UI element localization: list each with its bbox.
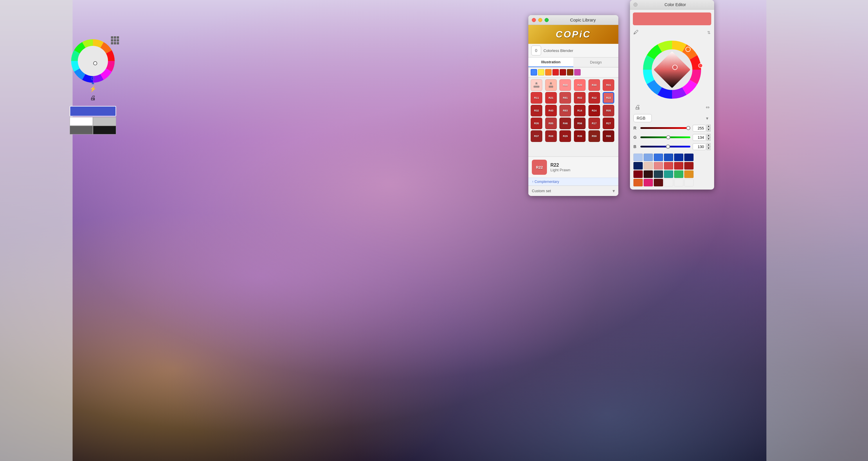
- swatch-r81[interactable]: R81: [559, 92, 571, 104]
- filter-orange[interactable]: [545, 69, 552, 75]
- black-swatch[interactable]: [93, 126, 116, 134]
- close-button[interactable]: [532, 18, 536, 22]
- swatch-r83[interactable]: R83: [559, 105, 571, 116]
- filter-brown[interactable]: [567, 69, 574, 75]
- palette-cell[interactable]: [664, 171, 673, 178]
- palette-cell[interactable]: [633, 171, 643, 178]
- swatch-r85[interactable]: R85: [545, 118, 557, 129]
- g-slider-thumb[interactable]: [666, 135, 670, 140]
- palette-cell[interactable]: [633, 179, 643, 186]
- r-value-input[interactable]: [693, 125, 706, 131]
- g-step-down[interactable]: ▼: [707, 137, 711, 141]
- filter-darkred[interactable]: [560, 69, 566, 75]
- swatch-r30[interactable]: R30: [588, 79, 600, 91]
- palette-cell[interactable]: [644, 154, 653, 161]
- swatch-r35[interactable]: R35: [531, 118, 542, 129]
- filter-pink[interactable]: [574, 69, 581, 75]
- palette-cell[interactable]: [674, 171, 683, 178]
- palette-cell[interactable]: [654, 179, 663, 186]
- print-icon[interactable]: 🖨: [90, 95, 96, 101]
- swatch-r0000[interactable]: R0000: [531, 79, 542, 91]
- color-mode-select[interactable]: RGB HSB CMYK LAB: [633, 114, 652, 122]
- light-gray-swatch[interactable]: [93, 117, 116, 126]
- palette-cell[interactable]: [684, 162, 693, 170]
- swatch-r17[interactable]: R17: [588, 118, 600, 129]
- swatch-r46[interactable]: R46: [559, 118, 571, 129]
- palette-cell[interactable]: [644, 171, 653, 178]
- g-step-up[interactable]: ▲: [707, 134, 711, 137]
- colorless-num[interactable]: 0: [531, 45, 541, 56]
- swatch-r14[interactable]: R14: [574, 105, 586, 116]
- palette-cell[interactable]: [674, 162, 683, 170]
- color-wheel-panel: ⚡ 🖨: [67, 38, 119, 134]
- swatch-r24[interactable]: R24: [588, 105, 600, 116]
- b-step-up[interactable]: ▲: [707, 143, 711, 147]
- palette-cell[interactable]: [684, 154, 693, 161]
- copic-panel-title: Copic Library: [551, 18, 615, 22]
- swatch-r08[interactable]: R08: [545, 130, 557, 142]
- swatch-r21[interactable]: R21: [545, 92, 557, 104]
- swatch-r56[interactable]: R56: [574, 118, 586, 129]
- swatch-r22[interactable]: R22: [603, 92, 614, 104]
- swatch-r27[interactable]: R27: [603, 118, 614, 129]
- swatch-r32[interactable]: R32: [531, 105, 542, 116]
- g-slider[interactable]: [641, 136, 690, 138]
- palette-cell[interactable]: [644, 162, 653, 170]
- editor-color-wheel[interactable]: [640, 38, 704, 102]
- complementary-section[interactable]: ↑ Complementary: [528, 178, 618, 185]
- r-step-down[interactable]: ▼: [707, 128, 711, 131]
- b-step-down[interactable]: ▼: [707, 147, 711, 150]
- palette-cell[interactable]: [654, 162, 663, 170]
- g-stepper[interactable]: ▲ ▼: [707, 134, 711, 141]
- swatch-r00[interactable]: R00: [559, 79, 571, 91]
- editor-print-icon[interactable]: 🖨: [634, 104, 641, 111]
- r-step-up[interactable]: ▲: [707, 125, 711, 128]
- white-swatch[interactable]: [70, 117, 93, 126]
- swatch-r000[interactable]: R000: [545, 79, 557, 91]
- filter-red[interactable]: [553, 69, 559, 75]
- swatch-r20[interactable]: R20: [574, 79, 586, 91]
- swatch-r11[interactable]: R11: [531, 92, 542, 104]
- custom-set-bar[interactable]: Custom set ▾: [528, 185, 618, 196]
- color-preview-bar[interactable]: [633, 12, 711, 25]
- tab-design[interactable]: Design: [574, 58, 618, 67]
- palette-cell[interactable]: [654, 154, 663, 161]
- palette-cell[interactable]: [664, 162, 673, 170]
- swatch-r05[interactable]: R05: [603, 105, 614, 116]
- b-slider-thumb[interactable]: [666, 145, 670, 149]
- swatch-r43[interactable]: R43: [545, 105, 557, 116]
- tab-illustration[interactable]: Illustration: [528, 58, 574, 67]
- color-wheel[interactable]: [70, 38, 116, 84]
- palette-cell[interactable]: [644, 179, 653, 186]
- swatch-r01[interactable]: R01: [603, 79, 614, 91]
- b-stepper[interactable]: ▲ ▼: [707, 143, 711, 150]
- swatch-r29[interactable]: R29: [559, 130, 571, 142]
- b-value-input[interactable]: [693, 144, 706, 150]
- eyedropper-icon[interactable]: 🖊: [633, 29, 639, 35]
- filter-blue[interactable]: [531, 69, 537, 75]
- arrows-icon[interactable]: ⇅: [707, 30, 711, 35]
- main-color-swatch[interactable]: [70, 106, 116, 116]
- palette-cell[interactable]: [674, 154, 683, 161]
- r-stepper[interactable]: ▲ ▼: [707, 125, 711, 131]
- g-value-input[interactable]: [693, 134, 706, 141]
- swatch-r59[interactable]: R59: [588, 130, 600, 142]
- palette-cell[interactable]: [633, 154, 643, 161]
- editor-tools-bottom: 🖨 ⇔: [630, 103, 714, 113]
- swatch-r12[interactable]: R12: [588, 92, 600, 104]
- palette-cell[interactable]: [654, 171, 663, 178]
- editor-resize-icon[interactable]: ⇔: [706, 104, 710, 110]
- swatch-r37[interactable]: R37: [531, 130, 542, 142]
- palette-cell[interactable]: [664, 154, 673, 161]
- palette-cell[interactable]: [633, 162, 643, 170]
- swatch-r89[interactable]: R89: [603, 130, 614, 142]
- dark-gray-swatch[interactable]: [70, 126, 93, 134]
- r-slider[interactable]: [641, 127, 690, 129]
- swatch-r02[interactable]: R02: [574, 92, 586, 104]
- palette-cell[interactable]: [684, 171, 693, 178]
- swatch-r39[interactable]: R39: [574, 130, 586, 142]
- filter-yellow[interactable]: [538, 69, 544, 75]
- copic-swatches-grid: R0000 R000 R00 R20 R30 R01 R11 R21 R81 R…: [528, 78, 618, 156]
- r-slider-thumb[interactable]: [686, 126, 690, 130]
- b-slider[interactable]: [641, 146, 690, 148]
